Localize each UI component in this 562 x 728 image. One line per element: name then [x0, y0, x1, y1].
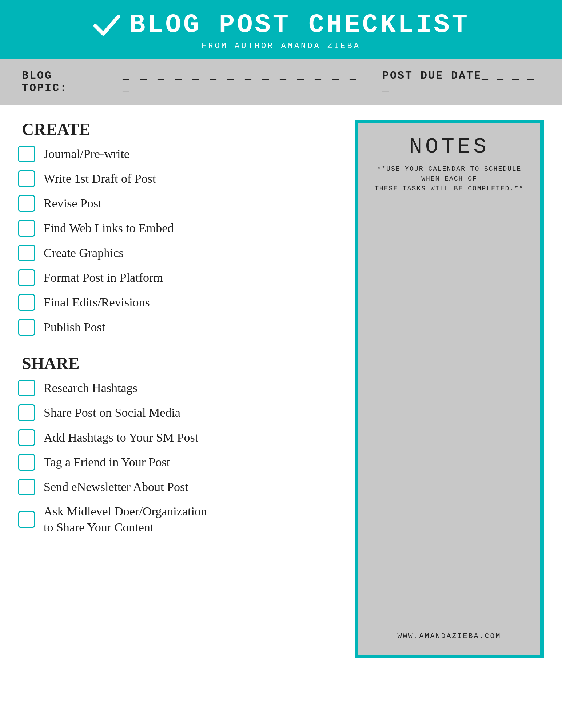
checklist-label-hashtags: Research Hashtags	[44, 380, 137, 396]
list-item: Revise Post	[18, 195, 340, 212]
notes-panel: NOTES **USE YOUR CALENDAR TO SCHEDULE WH…	[355, 120, 544, 658]
share-heading: SHARE	[22, 354, 340, 373]
create-heading: CREATE	[22, 120, 340, 139]
checkbox-journal[interactable]	[18, 146, 35, 162]
list-item: Format Post in Platform	[18, 269, 340, 286]
checkbox-add-hashtags[interactable]	[18, 429, 35, 446]
checklist-label-share-social: Share Post on Social Media	[44, 405, 180, 421]
header-subtitle: FROM AUTHOR AMANDA ZIEBA	[202, 41, 360, 51]
list-item: Write 1st Draft of Post	[18, 170, 340, 187]
list-item: Ask Midlevel Doer/Organizationto Share Y…	[18, 503, 340, 535]
checkbox-enewsletter[interactable]	[18, 479, 35, 495]
list-item: Final Edits/Revisions	[18, 294, 340, 311]
notes-website: WWW.AMANDAZIEBA.COM	[397, 632, 501, 640]
checklist-label-publish: Publish Post	[44, 319, 105, 335]
checkbox-midlevel[interactable]	[18, 511, 35, 528]
checklist-label-add-hashtags: Add Hashtags to Your SM Post	[44, 430, 198, 446]
checkbox-final-edits[interactable]	[18, 294, 35, 311]
checkbox-tag-friend[interactable]	[18, 454, 35, 471]
list-item: Tag a Friend in Your Post	[18, 454, 340, 471]
checkbox-graphics[interactable]	[18, 245, 35, 261]
checkmark-icon	[92, 11, 121, 40]
notes-title: NOTES	[409, 134, 489, 159]
topic-bar: BLOG TOPIC: _ _ _ _ _ _ _ _ _ _ _ _ _ _ …	[0, 59, 562, 105]
checklist-label-graphics: Create Graphics	[44, 245, 124, 261]
list-item: Create Graphics	[18, 245, 340, 261]
page-title: BLOG POST CHECKLIST	[129, 10, 470, 40]
page-header: BLOG POST CHECKLIST FROM AUTHOR AMANDA Z…	[0, 0, 562, 59]
checkbox-share-social[interactable]	[18, 404, 35, 421]
checklist-label-revise: Revise Post	[44, 195, 102, 211]
checklist-label-tag-friend: Tag a Friend in Your Post	[44, 454, 170, 470]
notes-card: NOTES **USE YOUR CALENDAR TO SCHEDULE WH…	[355, 120, 544, 658]
checkbox-revise[interactable]	[18, 195, 35, 212]
list-item: Publish Post	[18, 319, 340, 336]
checkbox-web-links[interactable]	[18, 220, 35, 237]
notes-subtitle: **USE YOUR CALENDAR TO SCHEDULE WHEN EAC…	[369, 164, 529, 194]
blog-topic-line: _ _ _ _ _ _ _ _ _ _ _ _ _ _ _	[123, 70, 360, 94]
list-item: Find Web Links to Embed	[18, 220, 340, 237]
checklist-label-write-draft: Write 1st Draft of Post	[44, 171, 156, 187]
checklist-label-web-links: Find Web Links to Embed	[44, 220, 174, 236]
checklist-label-midlevel: Ask Midlevel Doer/Organizationto Share Y…	[44, 503, 207, 535]
list-item: Journal/Pre-write	[18, 146, 340, 162]
left-column: CREATE Journal/Pre-write Write 1st Draft…	[18, 120, 340, 543]
checklist-label-enewsletter: Send eNewsletter About Post	[44, 479, 188, 495]
checklist-label-final-edits: Final Edits/Revisions	[44, 294, 150, 310]
checkbox-write-draft[interactable]	[18, 170, 35, 187]
list-item: Share Post on Social Media	[18, 404, 340, 421]
checklist-label-journal: Journal/Pre-write	[44, 146, 129, 162]
list-item: Research Hashtags	[18, 380, 340, 396]
checkbox-publish[interactable]	[18, 319, 35, 336]
list-item: Send eNewsletter About Post	[18, 479, 340, 495]
main-content: CREATE Journal/Pre-write Write 1st Draft…	[0, 105, 562, 673]
blog-topic-label: BLOG TOPIC:	[22, 70, 101, 94]
due-date-label: POST DUE DATE_ _ _ _ _	[382, 70, 540, 94]
checkbox-hashtags[interactable]	[18, 380, 35, 396]
checkbox-format[interactable]	[18, 269, 35, 286]
checklist-label-format: Format Post in Platform	[44, 270, 163, 286]
list-item: Add Hashtags to Your SM Post	[18, 429, 340, 446]
